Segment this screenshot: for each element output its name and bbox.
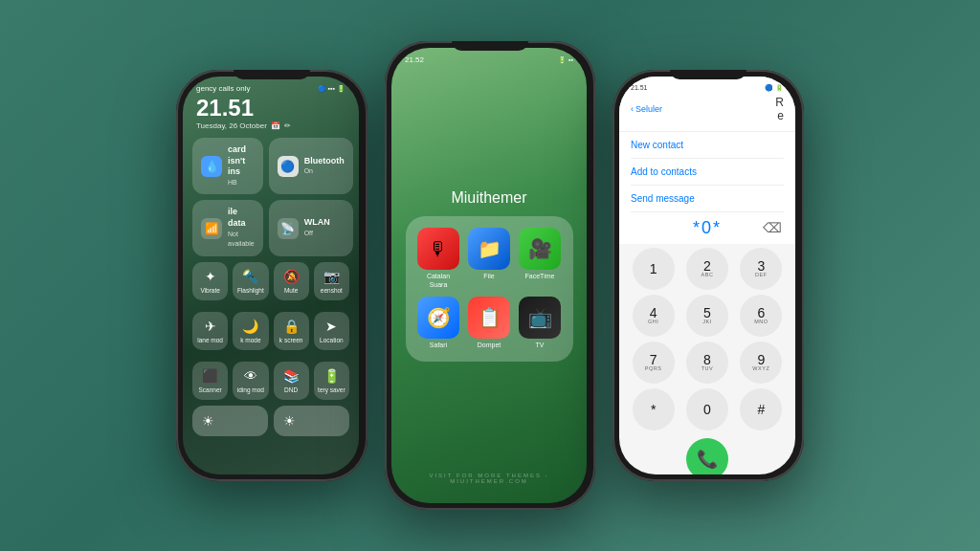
vibrate-icon: ✦ xyxy=(205,269,216,284)
file-icon: 📁 xyxy=(468,228,510,270)
cc-tile-card[interactable]: 💧 card isn't ins HB xyxy=(192,138,263,194)
brightness-slider[interactable]: ☀ xyxy=(192,406,268,436)
scanner-btn[interactable]: ⬛Scanner xyxy=(192,362,228,400)
mobile-data-status: Not available xyxy=(228,231,255,247)
cc-tile-mobile-data[interactable]: 📶 ile data Not available xyxy=(192,200,263,255)
tv-icon: 📺 xyxy=(519,297,561,339)
folder-app-grid: 🎙 CatalanSuara 📁 File 🎥 FaceTime 🧭 Safar… xyxy=(417,228,562,349)
safari-label: Safari xyxy=(430,342,447,349)
volume-slider[interactable]: ☀ xyxy=(274,406,349,436)
p2-signal-icon: ▪▪ xyxy=(568,56,573,63)
sun-low-icon: ☀ xyxy=(202,413,214,429)
battery-icon: 🔋 xyxy=(337,85,345,93)
cc-time: 21.51 xyxy=(183,97,359,120)
app-safari[interactable]: 🧭 Safari xyxy=(417,297,460,349)
airplane-icon: ✈ xyxy=(205,319,216,334)
key-hash[interactable]: # xyxy=(740,388,782,430)
app-catatan-suara[interactable]: 🎙 CatalanSuara xyxy=(417,228,460,289)
app-facetime[interactable]: 🎥 FaceTime xyxy=(519,228,562,289)
key-7[interactable]: 7PQRS xyxy=(633,342,675,384)
delete-icon[interactable]: ⌫ xyxy=(763,220,782,235)
sun-high-icon: ☀ xyxy=(283,413,296,429)
app-file[interactable]: 📁 File xyxy=(468,228,511,289)
location-btn[interactable]: ➤Location xyxy=(314,312,349,350)
dialer-status-icons: 🔵 🔋 xyxy=(765,84,784,92)
tv-label: TV xyxy=(536,342,545,349)
bluetooth-label: Bluetooth xyxy=(304,156,345,167)
back-button[interactable]: ‹ Seluler xyxy=(631,104,662,114)
app-tv[interactable]: 📺 TV xyxy=(519,297,562,349)
location-icon: ➤ xyxy=(325,319,337,334)
battery-saver-icon: 🔋 xyxy=(323,368,340,384)
reminders-label: Dompet xyxy=(478,342,501,349)
phone-folder: 21.52 🔋 ▪▪ Miuithemer 🎙 CatalanSuara 📁 F… xyxy=(385,41,595,510)
key-9[interactable]: 9WXYZ xyxy=(740,342,782,384)
card-icon: 💧 xyxy=(201,156,222,177)
p2-battery-icon: 🔋 xyxy=(558,56,567,64)
mobile-data-icon: 📶 xyxy=(201,218,222,239)
p2-statusbar: 21.52 🔋 ▪▪ xyxy=(391,48,587,68)
airplane-mode-btn[interactable]: ✈lane mod xyxy=(192,312,228,350)
watermark: VISIT FOR MORE THEMES - MIUITHEMER.COM xyxy=(391,473,587,484)
wlan-status: Off xyxy=(304,230,313,236)
card-label: card isn't ins xyxy=(228,144,255,178)
key-0[interactable]: 0 xyxy=(686,388,728,430)
battery-saver-btn[interactable]: 🔋tery saver xyxy=(314,362,349,400)
key-8[interactable]: 8TUV xyxy=(686,342,728,384)
cc-buttons-row2: ✈lane mod 🌙k mode 🔒k screen ➤Location xyxy=(183,306,359,356)
add-to-contacts-option[interactable]: Add to contacts xyxy=(631,159,784,186)
cc-buttons-row3: ⬛Scanner 👁iding mod 📚DND 🔋tery saver xyxy=(183,356,359,406)
back-label: Seluler xyxy=(635,104,662,114)
mute-btn[interactable]: 🔕Mute xyxy=(274,262,309,300)
bluetooth-icon: 🔵 xyxy=(318,85,326,93)
cc-statusbar: gency calls only 🔵 ▪▪▪ 🔋 xyxy=(183,77,359,97)
app-reminders[interactable]: 📋 Dompet xyxy=(468,297,511,349)
folder-screen: 21.52 🔋 ▪▪ Miuithemer 🎙 CatalanSuara 📁 F… xyxy=(391,48,587,503)
key-4[interactable]: 4GHI xyxy=(633,295,675,337)
keypad: 1 2ABC 3DEF 4GHI 5JKI 6MNO 7PQRS 8TUV 9W… xyxy=(619,244,795,434)
dialer-nav: ‹ Seluler R e xyxy=(631,96,784,123)
bluetooth-status: On xyxy=(304,167,313,174)
cc-tile-wlan[interactable]: 📡 WLAN Off xyxy=(269,200,353,255)
key-3[interactable]: 3DEF xyxy=(740,248,782,290)
dialer-options: New contact Add to contacts Send message xyxy=(619,132,795,212)
safari-icon: 🧭 xyxy=(417,297,459,339)
dnd-btn[interactable]: 📚DND xyxy=(274,362,309,400)
call-button[interactable]: 📞 xyxy=(686,438,728,474)
dnd-icon: 📚 xyxy=(283,368,300,384)
facetime-label: FaceTime xyxy=(525,273,555,280)
new-contact-option[interactable]: New contact xyxy=(631,132,784,159)
cc-tile-bluetooth[interactable]: 🔵 Bluetooth On xyxy=(269,138,353,194)
flashlight-icon: 🔦 xyxy=(242,269,258,284)
file-label: File xyxy=(483,273,494,280)
key-star[interactable]: * xyxy=(633,388,675,430)
calendar-icon: 📅 xyxy=(271,121,280,130)
lock-icon: 🔒 xyxy=(283,319,300,334)
dialer-number: *0* xyxy=(693,218,722,238)
mute-icon: 🔕 xyxy=(283,269,300,284)
dialer-time: 21.51 xyxy=(631,84,648,92)
key-2[interactable]: 2ABC xyxy=(686,248,728,290)
bluetooth-tile-icon: 🔵 xyxy=(278,156,299,177)
cc-connectivity-tiles: 💧 card isn't ins HB 🔵 Bluetooth On 📶 ile… xyxy=(183,138,359,256)
send-message-option[interactable]: Send message xyxy=(631,186,784,212)
key-1[interactable]: 1 xyxy=(633,248,675,290)
catatan-suara-icon: 🎙 xyxy=(417,228,459,270)
wlan-label: WLAN xyxy=(304,217,330,229)
flashlight-btn[interactable]: 🔦Flashlight xyxy=(233,262,268,300)
folder-container: 🎙 CatalanSuara 📁 File 🎥 FaceTime 🧭 Safar… xyxy=(406,216,573,361)
screenshot-btn[interactable]: 📷eenshot xyxy=(314,262,349,300)
reading-mode-btn[interactable]: 👁iding mod xyxy=(233,362,268,400)
scanner-icon: ⬛ xyxy=(202,368,218,384)
mobile-data-label: ile data xyxy=(228,207,255,229)
lock-screen-btn[interactable]: 🔒k screen xyxy=(274,312,309,350)
key-5[interactable]: 5JKI xyxy=(686,295,728,337)
dark-mode-btn[interactable]: 🌙k mode xyxy=(233,312,268,350)
key-6[interactable]: 6MNO xyxy=(740,295,782,337)
vibrate-btn[interactable]: ✦Vibrate xyxy=(192,262,228,300)
phone-control-center: gency calls only 🔵 ▪▪▪ 🔋 21.51 Tuesday, … xyxy=(176,70,368,481)
wlan-icon: 📡 xyxy=(278,218,299,239)
dialer-statusbar: 21.51 🔵 🔋 xyxy=(631,84,784,92)
eye-icon: 👁 xyxy=(244,368,257,384)
phone-dialer: 21.51 🔵 🔋 ‹ Seluler R e New contact Add xyxy=(612,70,804,481)
